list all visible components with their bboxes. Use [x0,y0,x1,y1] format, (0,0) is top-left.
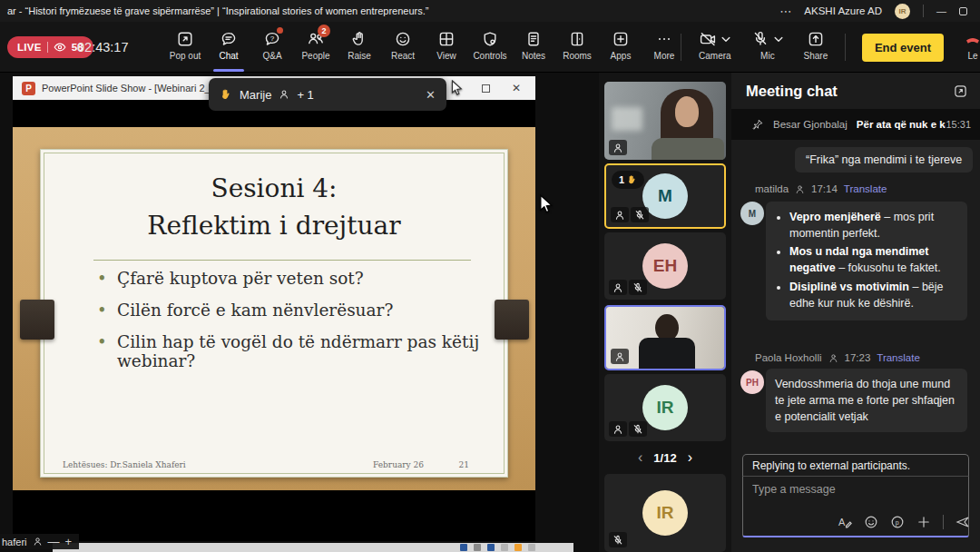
pinned-message-bar[interactable]: Besar Gjonbalaj Për ata që nuk e kan... … [731,109,980,140]
chat-title: Meeting chat [746,83,838,100]
share-button[interactable]: Share [794,22,838,73]
mic-muted-icon [629,421,647,437]
next-slide-icon[interactable] [487,544,495,551]
slide-title: Sesioni 4: Reflektim i drejtuar [41,170,507,244]
notes-icon [524,30,543,48]
raised-hand-badge: 1 [612,171,644,189]
message-author: matilda [755,183,789,194]
slide-clip-right [495,300,529,340]
raised-hand-icon [627,174,637,185]
account-avatar[interactable]: IR [895,4,910,19]
mic-muted-icon [629,280,647,295]
translate-link[interactable]: Translate [844,183,887,194]
participant-tile-ir-green[interactable]: IR [604,374,726,441]
pagination-next-icon[interactable]: › [688,449,692,466]
toast-suffix: + 1 [297,88,313,102]
participant-tile-ir-cream[interactable]: IR [604,474,726,552]
share-icon [807,30,825,48]
message-time: 17:23 [845,352,871,363]
zoom-out-button[interactable]: — [48,535,60,548]
chat-message: Vepro menjëherë – mos prit momentin perf… [766,202,967,320]
chat-button[interactable]: Chat [207,22,250,73]
participant-tile-video-2[interactable] [604,305,726,370]
zoom-in-button[interactable]: + [65,535,73,548]
format-icon[interactable]: A [838,515,852,529]
shared-content-stage: P PowerPoint Slide Show - [Webinari 2_Em… [0,73,599,552]
raise-hand-button[interactable]: Raise [338,22,381,73]
attendee-person-icon [611,349,629,364]
qna-button[interactable]: ? Q&A [250,22,294,73]
device-controls: Camera Mic Share End event Le [673,22,980,73]
message-author: Paola Hoxholli [755,352,822,363]
sticker-icon[interactable]: p [890,515,905,529]
view-slideshow-icon[interactable] [514,544,522,551]
camera-button[interactable]: Camera [689,22,741,73]
titlebar-more-icon[interactable]: ⋯ [779,5,791,18]
notes-button[interactable]: Notes [512,22,555,73]
slide-paper: Sesioni 4: Reflektim i drejtuar Çfarë ku… [40,149,508,478]
message-input[interactable] [752,483,952,496]
rooms-button[interactable]: Rooms [555,22,599,73]
slide-page-number: 21 [459,460,469,469]
view-grid-icon [437,30,456,48]
react-button[interactable]: React [381,22,425,73]
toast-name: Marije [240,88,271,102]
slide-title-line2: Reflektim i drejtuar [41,207,507,244]
compose-box[interactable]: A p [742,476,969,537]
rooms-door-icon [568,30,586,48]
apps-plus-icon [612,30,630,48]
slide-background: Sesioni 4: Reflektim i drejtuar Çfarë ku… [13,127,535,490]
secondary-cursor [451,80,463,100]
attach-plus-icon[interactable] [916,515,931,529]
raised-count: 1 [619,174,624,185]
leave-button[interactable]: Le [953,22,980,73]
raise-hand-icon [350,30,368,48]
pop-out-button[interactable]: Pop out [163,22,207,73]
ppt-maximize-button[interactable] [482,84,490,93]
participant-tile-m[interactable]: 1 M [604,163,726,229]
toast-close-icon[interactable]: ✕ [426,88,436,102]
participant-tile-eh[interactable]: EH [604,232,726,300]
toast-person-icon [279,89,289,100]
view-button[interactable]: View [425,22,468,73]
chat-icon [220,30,238,48]
people-button[interactable]: 2 People [294,22,338,73]
send-icon[interactable] [956,515,970,529]
view-reading-icon[interactable] [528,544,535,551]
view-normal-icon[interactable] [501,544,508,551]
camera-chevron-icon[interactable] [721,36,730,43]
avatar: EH [642,243,688,289]
compose-toolbar: A p [838,515,963,529]
leave-icon [964,30,980,48]
pinned-preview: Për ata që nuk e kan... [857,119,946,130]
compose-divider [943,515,944,529]
avatar: M [740,202,764,225]
apps-button[interactable]: Apps [599,22,642,73]
meeting-timer: 02:43:17 [77,40,128,54]
toolbar-divider [681,34,681,61]
prev-slide-icon[interactable] [460,544,467,551]
emoji-icon[interactable] [864,515,878,529]
account-name[interactable]: AKSHI Azure AD [804,5,882,16]
presenter-name-tag: haferi — + [0,534,79,549]
pagination-prev-icon[interactable]: ‹ [638,449,642,466]
message-bullet-list: Vepro menjëherë – mos prit momentin perf… [789,209,958,311]
live-divider [47,42,48,53]
presenter-name: haferi [2,537,27,547]
pen-tool-icon[interactable] [474,544,481,551]
attendee-person-icon [609,280,627,295]
ppt-close-button[interactable]: ✕ [512,82,521,94]
minimize-button[interactable]: — [936,5,946,16]
end-event-button[interactable]: End event [862,34,944,62]
message-bullet: Disiplinë vs motivimin – bëje edhe kur n… [789,279,958,311]
mic-chevron-icon[interactable] [774,36,783,43]
reply-scope-banner: Replying to external participants. [742,454,969,476]
participant-tile-video-1[interactable] [604,82,726,160]
mic-off-icon [751,30,769,48]
controls-button[interactable]: Controls [468,22,512,73]
chat-popout-icon[interactable] [954,84,967,102]
presenter-person-icon [33,537,43,547]
maximize-button[interactable] [959,7,967,15]
translate-link[interactable]: Translate [877,352,920,363]
mic-button[interactable]: Mic [741,22,794,73]
